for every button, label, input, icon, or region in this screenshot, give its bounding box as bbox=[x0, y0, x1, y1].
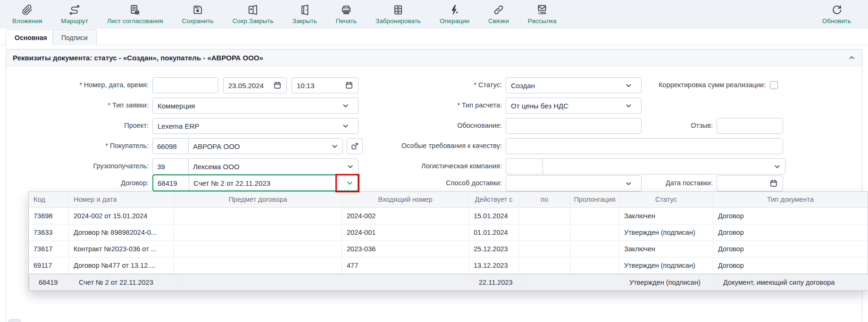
contract-table-column-header[interactable]: Пролонгация bbox=[570, 192, 619, 207]
contract-table-cell: Договор № 898982024-0... bbox=[69, 224, 174, 240]
toolbar-button-save[interactable]: Сохранить bbox=[182, 4, 214, 25]
tab-signatures[interactable]: Подписи bbox=[52, 29, 97, 45]
toolbar-button-approval-sheet[interactable]: Лист согласования bbox=[107, 4, 163, 25]
request-type-select[interactable]: Коммерция bbox=[152, 98, 359, 114]
contract-table-cell: 73698 bbox=[29, 208, 69, 224]
approval-sheet-icon bbox=[129, 4, 141, 17]
toolbar-button-save-close[interactable]: Сохр.Закрыть bbox=[233, 4, 274, 25]
contract-table-column-header[interactable]: Статус bbox=[619, 192, 713, 207]
logistics-company-code[interactable] bbox=[506, 159, 543, 174]
contract-code[interactable]: 68419 bbox=[153, 175, 189, 190]
chevron-down-icon bbox=[625, 180, 632, 187]
contract-table-header: КодНомер и датаПредмет договораВходящий … bbox=[29, 192, 868, 208]
panel-title: Реквизиты документа: статус - «Создан», … bbox=[13, 54, 263, 62]
open-buyer-card-button[interactable] bbox=[347, 138, 363, 154]
chevron-down-icon bbox=[625, 102, 632, 109]
collapse-panel-icon[interactable] bbox=[848, 54, 855, 61]
contract-table-cell: Счет № 2 от 22.11.2023 bbox=[74, 279, 179, 286]
review-label: Отзыв: bbox=[651, 117, 713, 133]
contract-table-row[interactable]: 69117Договор №477 от 13.12....47713.12.2… bbox=[29, 257, 868, 274]
status-label: * Статус: bbox=[363, 77, 502, 93]
toolbar-button-reserve[interactable]: Забронировать bbox=[376, 4, 421, 25]
contract-table-cell: 2024-001 bbox=[342, 224, 469, 240]
contract-table-row[interactable]: 68419Счет № 2 от 22.11.202322.11.2023Утв… bbox=[29, 274, 868, 290]
contract-dropdown-table: КодНомер и датаПредмет договораВходящий … bbox=[28, 191, 868, 291]
calendar-icon[interactable] bbox=[345, 81, 353, 90]
delivery-method-select[interactable] bbox=[506, 175, 642, 191]
toolbar-button-label: Лист согласования bbox=[107, 17, 163, 25]
review-input[interactable] bbox=[717, 118, 783, 134]
toolbar-button-mailing[interactable]: Рассылка bbox=[528, 4, 557, 25]
justification-input[interactable] bbox=[506, 118, 642, 134]
tab-main[interactable]: Основная bbox=[6, 29, 56, 46]
consignee-label: Грузополучатель: bbox=[9, 158, 149, 174]
project-select[interactable]: Lexema ERP bbox=[152, 118, 359, 134]
number-input[interactable] bbox=[152, 77, 218, 93]
toolbar-button-operations[interactable]: Операции bbox=[440, 4, 469, 25]
calendar-icon[interactable] bbox=[769, 179, 778, 188]
toolbar-button-refresh[interactable]: Обновить bbox=[822, 4, 851, 25]
contract-table-column-header[interactable]: Входящий номер bbox=[342, 192, 469, 207]
contract-table-column-header[interactable]: Номер и дата bbox=[69, 192, 174, 207]
refresh-icon bbox=[830, 4, 843, 17]
quality-requirements-input[interactable] bbox=[506, 138, 783, 154]
tab-signatures-label: Подписи bbox=[61, 34, 88, 41]
contract-table-cell: Контракт №2023-036 от ... bbox=[69, 241, 174, 257]
contract-table-row[interactable]: 73617Контракт №2023-036 от ...2023-03625… bbox=[29, 241, 868, 257]
paperclip-icon bbox=[21, 4, 33, 17]
realization-adjustment-checkbox[interactable] bbox=[770, 81, 778, 89]
contract-table-column-header[interactable]: Действует с bbox=[469, 192, 519, 207]
contract-table-cell: 2024-002 bbox=[342, 208, 469, 224]
contract-table-cell bbox=[570, 257, 619, 273]
contract-table-cell bbox=[174, 257, 342, 273]
chain-link-icon bbox=[492, 4, 505, 17]
door-icon bbox=[299, 4, 311, 17]
consignee-select[interactable]: 39 Лексема ООО bbox=[152, 158, 359, 174]
printer-icon bbox=[340, 4, 352, 17]
contract-table-cell bbox=[519, 241, 570, 257]
buyer-select[interactable]: 66098 АВРОРА ООО bbox=[152, 138, 343, 154]
contract-table-row[interactable]: 736982024-002 от 15.01.20242024-00215.01… bbox=[29, 208, 868, 224]
contract-table-cell: 69117 bbox=[29, 257, 69, 273]
save-close-icon bbox=[247, 4, 259, 17]
logistics-company-select[interactable] bbox=[506, 158, 785, 174]
toolbar-button-close[interactable]: Закрыть bbox=[292, 4, 317, 25]
delivery-date-label: Дата поставки: bbox=[651, 175, 713, 191]
toolbar-button-links[interactable]: Связки bbox=[488, 4, 509, 25]
contract-table-column-header[interactable]: Код bbox=[29, 192, 69, 207]
contract-table-row[interactable]: 73633Договор № 898982024-0...2024-00101.… bbox=[29, 224, 868, 241]
toolbar-button-label: Сохр.Закрыть bbox=[233, 17, 274, 25]
contract-table-column-header[interactable]: Предмет договора bbox=[174, 192, 342, 207]
contract-table-cell bbox=[519, 208, 570, 224]
calendar-icon[interactable] bbox=[273, 81, 282, 90]
toolbar-button-attachments[interactable]: Вложения bbox=[12, 4, 42, 25]
time-input[interactable]: 10:13 bbox=[292, 77, 359, 93]
contract-select[interactable]: 68419 Счет № 2 от 22.11.2023 bbox=[152, 174, 359, 191]
contract-table-cell: 477 bbox=[342, 257, 469, 273]
toolbar-button-route[interactable]: Маршрут bbox=[61, 4, 88, 25]
contract-table-column-header[interactable]: по bbox=[519, 192, 570, 207]
buyer-code[interactable]: 66098 bbox=[153, 139, 189, 154]
calc-type-select[interactable]: От цены без НДС bbox=[506, 98, 642, 114]
contract-table-cell: Договор bbox=[713, 224, 868, 240]
contract-table-column-header[interactable]: Тип документа bbox=[713, 192, 868, 207]
status-select[interactable]: Создан bbox=[506, 77, 642, 93]
contract-table-cell bbox=[570, 241, 619, 257]
chevron-down-icon bbox=[331, 143, 338, 150]
contract-table-cell bbox=[174, 241, 342, 257]
date-input[interactable]: 23.05.2024 bbox=[223, 77, 287, 93]
contract-table-cell: 73617 bbox=[29, 241, 69, 257]
delivery-method-label: Способ доставки: bbox=[363, 175, 502, 191]
contract-table-cell bbox=[519, 224, 570, 240]
contract-table-cell: Утвержден (подписан) bbox=[625, 279, 718, 286]
project-label: Проект: bbox=[9, 117, 149, 133]
contract-table-cell: 25.12.2023 bbox=[469, 241, 519, 257]
toolbar-button-label: Закрыть bbox=[292, 17, 317, 25]
delivery-date-input[interactable] bbox=[717, 175, 783, 191]
toolbar-button-print[interactable]: Печать bbox=[336, 4, 357, 25]
realization-adjustment-label: Корректировка сумм реализации: bbox=[651, 77, 766, 93]
contract-table-cell bbox=[570, 224, 619, 240]
consignee-code[interactable]: 39 bbox=[153, 159, 189, 174]
tab-main-label: Основная bbox=[15, 34, 47, 41]
toolbar-button-label: Забронировать bbox=[376, 17, 421, 25]
